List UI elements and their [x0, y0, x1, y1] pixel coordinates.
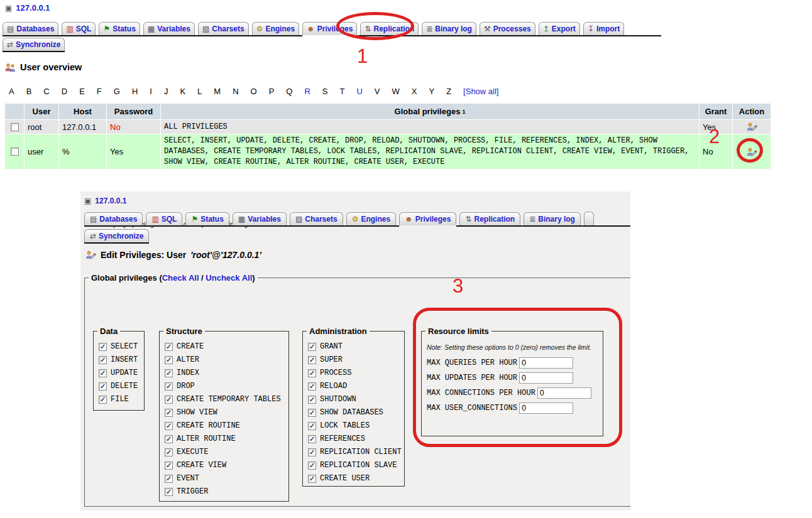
- privilege-checkbox-create-temporary-tables[interactable]: [165, 396, 173, 404]
- tab-privileges[interactable]: ☻Privileges: [302, 22, 357, 35]
- privilege-checkbox-file[interactable]: [99, 396, 107, 404]
- privilege-checkbox-lock-tables[interactable]: [308, 422, 316, 430]
- inset-tab-variables[interactable]: ▦Variables: [233, 212, 287, 225]
- letter-link-l[interactable]: L: [197, 87, 202, 96]
- letter-link-v[interactable]: V: [375, 87, 380, 96]
- row-select-checkbox[interactable]: [11, 123, 19, 131]
- privilege-checkbox-create-routine[interactable]: [165, 422, 173, 430]
- letter-link-m[interactable]: M: [214, 87, 221, 96]
- privilege-label: SHUTDOWN: [320, 395, 356, 404]
- letter-link-d[interactable]: D: [62, 87, 67, 96]
- privilege-checkbox-delete[interactable]: [99, 382, 107, 391]
- inset-tab-binary-log[interactable]: ≣Binary log: [524, 212, 581, 225]
- letter-link-f[interactable]: F: [97, 87, 102, 96]
- letter-link-a[interactable]: A: [9, 87, 14, 96]
- letter-link-g[interactable]: G: [114, 87, 120, 96]
- tab-databases[interactable]: ▤Databases: [3, 22, 58, 35]
- tab-charsets[interactable]: ▧Charsets: [198, 22, 249, 35]
- tab-variables[interactable]: ▦Variables: [143, 22, 195, 35]
- privilege-checkbox-create-view[interactable]: [165, 461, 173, 470]
- letter-link-z[interactable]: Z: [446, 87, 451, 96]
- max-user-connections-input[interactable]: [519, 402, 573, 414]
- tab-sql[interactable]: ▥SQL: [62, 22, 96, 35]
- inset-tab-sql[interactable]: ▥SQL: [146, 212, 182, 225]
- privilege-checkbox-update[interactable]: [99, 369, 107, 377]
- privilege-label: ALTER: [177, 355, 199, 364]
- privilege-checkbox-trigger[interactable]: [165, 488, 173, 496]
- privilege-checkbox-shutdown[interactable]: [308, 396, 316, 404]
- letter-link-n[interactable]: N: [233, 87, 238, 96]
- privilege-label: RELOAD: [320, 382, 347, 391]
- server-icon: ▣: [84, 197, 91, 205]
- inset-tab-synchronize[interactable]: ⇄Synchronize: [84, 229, 149, 242]
- inset-tab-engines[interactable]: ⚙Engines: [346, 212, 396, 225]
- privilege-checkbox-execute[interactable]: [165, 448, 173, 456]
- tab-replication[interactable]: ⇅Replication: [360, 22, 419, 35]
- tab-export[interactable]: ↥Export: [539, 22, 580, 35]
- privilege-checkbox-create[interactable]: [165, 343, 173, 351]
- letter-link-c[interactable]: C: [43, 87, 49, 96]
- privilege-checkbox-select[interactable]: [99, 343, 107, 351]
- row-select-checkbox[interactable]: [11, 148, 19, 156]
- privilege-checkbox-create-user[interactable]: [308, 475, 316, 483]
- privilege-checkbox-reload[interactable]: [308, 382, 316, 391]
- privilege-checkbox-show-databases[interactable]: [308, 409, 316, 417]
- letter-link-i[interactable]: I: [150, 87, 152, 96]
- inset-tab-privileges[interactable]: ☻Privileges: [399, 212, 456, 225]
- data-privileges-group: Data SELECT INSERT UPDATE DELETE FILE: [93, 326, 145, 411]
- letter-link-r[interactable]: R: [304, 87, 310, 96]
- privilege-checkbox-alter-routine[interactable]: [165, 435, 173, 443]
- privilege-checkbox-grant[interactable]: [308, 343, 316, 351]
- privilege-checkbox-replication-slave[interactable]: [308, 461, 316, 470]
- tab-label: Replication: [373, 24, 414, 33]
- letter-link-y[interactable]: Y: [429, 87, 434, 96]
- inset-tab-charsets[interactable]: ▧Charsets: [290, 212, 343, 225]
- letter-link-b[interactable]: B: [26, 87, 32, 96]
- privilege-checkbox-super[interactable]: [308, 356, 316, 364]
- max-queries-input[interactable]: [519, 357, 573, 369]
- letter-link-w[interactable]: W: [392, 87, 400, 96]
- inset-tab-processes-partial[interactable]: [584, 212, 594, 225]
- letter-link-u[interactable]: U: [356, 87, 362, 96]
- letter-link-e[interactable]: E: [79, 87, 85, 96]
- edit-privileges-title-text: Edit Privileges: User: [101, 250, 186, 260]
- privilege-checkbox-drop[interactable]: [165, 382, 173, 391]
- letter-link-s[interactable]: S: [322, 87, 328, 96]
- tab-processes[interactable]: ⚒Processes: [480, 22, 535, 35]
- tab-engines[interactable]: ⚙Engines: [252, 22, 299, 35]
- tab-status[interactable]: ⚑Status: [99, 22, 140, 35]
- letter-link-q[interactable]: Q: [286, 87, 292, 96]
- max-connections-input[interactable]: [537, 387, 591, 399]
- letter-link-h[interactable]: H: [132, 87, 138, 96]
- privilege-checkbox-replication-client[interactable]: [308, 448, 316, 456]
- inset-tab-replication[interactable]: ⇅Replication: [459, 212, 520, 225]
- privilege-checkbox-references[interactable]: [308, 435, 316, 443]
- letter-link-k[interactable]: K: [180, 87, 185, 96]
- binary-log-icon: ≣: [426, 24, 432, 33]
- import-icon: ↧: [588, 24, 594, 33]
- privilege-checkbox-insert[interactable]: [99, 356, 107, 364]
- tab-binary-log[interactable]: ≣Binary log: [422, 22, 476, 35]
- privilege-checkbox-event[interactable]: [165, 475, 173, 483]
- letter-link-o[interactable]: O: [251, 87, 257, 96]
- edit-privileges-icon[interactable]: [747, 147, 757, 157]
- uncheck-all-link[interactable]: Uncheck All: [206, 273, 252, 283]
- letter-link-j[interactable]: J: [164, 87, 168, 96]
- privilege-label: ALTER ROUTINE: [177, 434, 236, 443]
- edit-privileges-icon[interactable]: [747, 122, 757, 132]
- letter-link-x[interactable]: X: [412, 87, 417, 96]
- inset-screenshot: ▣ 127.0.0.1 ▤Databases ▥SQL ⚑Status ▦Var…: [80, 192, 630, 510]
- tab-synchronize[interactable]: ⇄Synchronize: [3, 38, 65, 51]
- show-all-link[interactable]: [Show all]: [463, 87, 498, 96]
- check-all-link[interactable]: Check All: [162, 273, 199, 283]
- privilege-checkbox-process[interactable]: [308, 369, 316, 377]
- letter-link-p[interactable]: P: [269, 87, 275, 96]
- letter-link-t[interactable]: T: [340, 87, 345, 96]
- max-updates-input[interactable]: [519, 372, 573, 384]
- privilege-checkbox-alter[interactable]: [165, 356, 173, 364]
- inset-tab-databases[interactable]: ▤Databases: [84, 212, 143, 225]
- inset-tab-status[interactable]: ⚑Status: [185, 212, 229, 225]
- privilege-checkbox-show-view[interactable]: [165, 409, 173, 417]
- tab-import[interactable]: ↧Import: [583, 22, 624, 35]
- privilege-checkbox-index[interactable]: [165, 369, 173, 377]
